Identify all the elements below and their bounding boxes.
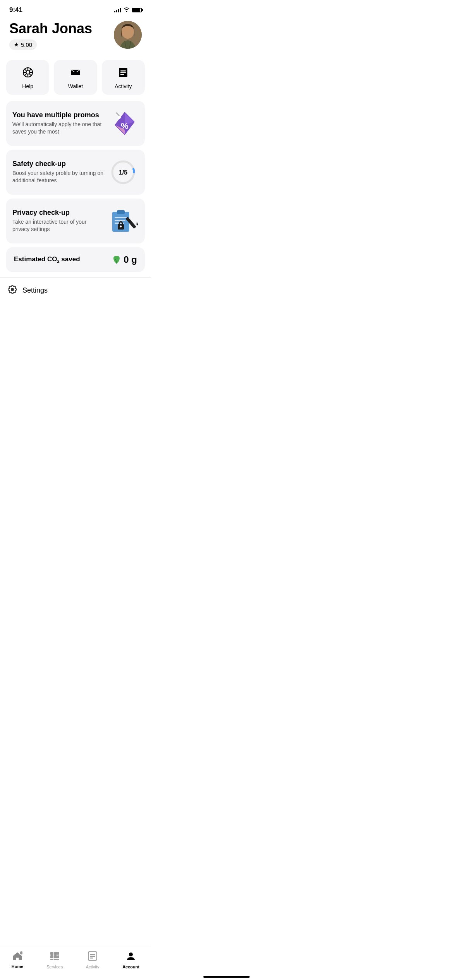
help-icon — [22, 67, 33, 79]
safety-desc: Boost your safety profile by turning on … — [12, 170, 104, 185]
status-icons — [114, 7, 142, 13]
rating-value: 5.00 — [21, 41, 32, 48]
promos-visual: % — [108, 108, 139, 139]
privacy-desc: Take an interactive tour of your privacy… — [12, 218, 104, 233]
svg-rect-21 — [120, 74, 124, 75]
settings-label: Settings — [22, 286, 48, 295]
avatar[interactable] — [114, 21, 142, 49]
wallet-icon — [70, 67, 81, 79]
action-activity[interactable]: Activity — [102, 60, 145, 95]
user-name: Sarah Jonas — [9, 21, 92, 36]
co2-amount: 0 g — [124, 254, 137, 265]
co2-value: 0 g — [112, 254, 137, 265]
action-help[interactable]: Help — [6, 60, 49, 95]
gear-icon — [8, 285, 17, 296]
svg-rect-19 — [120, 70, 126, 72]
quick-actions: Help Wallet — [0, 52, 151, 99]
promos-desc: We'll automatically apply the one that s… — [12, 121, 104, 136]
wallet-label: Wallet — [68, 83, 83, 89]
svg-rect-31 — [115, 220, 125, 221]
help-label: Help — [22, 83, 33, 89]
svg-point-22 — [118, 116, 121, 119]
svg-rect-14 — [71, 70, 80, 72]
star-icon: ★ — [14, 41, 19, 48]
privacy-visual — [108, 206, 139, 236]
svg-line-9 — [29, 74, 31, 76]
svg-marker-34 — [135, 221, 138, 226]
svg-point-36 — [120, 225, 122, 227]
co2-card[interactable]: Estimated CO2 saved 0 g — [6, 247, 145, 272]
svg-line-24 — [116, 113, 119, 116]
svg-rect-17 — [71, 72, 80, 75]
svg-line-8 — [24, 69, 27, 71]
co2-label: Estimated CO2 saved — [14, 255, 80, 263]
activity-label: Activity — [115, 83, 132, 89]
wifi-icon — [124, 7, 130, 13]
activity-icon — [118, 67, 129, 79]
promos-title: You have multiple promos — [12, 111, 104, 119]
privacy-card[interactable]: Privacy check-up Take an interactive tou… — [6, 199, 145, 243]
header: Sarah Jonas ★ 5.00 — [0, 17, 151, 52]
privacy-title: Privacy check-up — [12, 209, 104, 217]
safety-title: Safety check-up — [12, 160, 104, 168]
battery-icon — [132, 8, 142, 12]
settings-row[interactable]: Settings — [0, 278, 151, 303]
svg-rect-20 — [120, 72, 126, 73]
svg-rect-30 — [115, 217, 127, 218]
svg-line-11 — [24, 74, 27, 76]
svg-rect-29 — [117, 210, 125, 214]
rating-badge: ★ 5.00 — [9, 39, 37, 50]
status-time: 9:41 — [9, 6, 22, 14]
action-wallet[interactable]: Wallet — [54, 60, 97, 95]
status-bar: 9:41 — [0, 0, 151, 17]
signal-icon — [114, 8, 121, 12]
promos-card[interactable]: You have multiple promos We'll automatic… — [6, 101, 145, 146]
info-cards: You have multiple promos We'll automatic… — [0, 99, 151, 272]
safety-visual: 1/5 — [108, 157, 139, 188]
svg-text:1/5: 1/5 — [119, 169, 127, 176]
safety-card[interactable]: Safety check-up Boost your safety profil… — [6, 150, 145, 195]
svg-line-10 — [29, 69, 31, 71]
